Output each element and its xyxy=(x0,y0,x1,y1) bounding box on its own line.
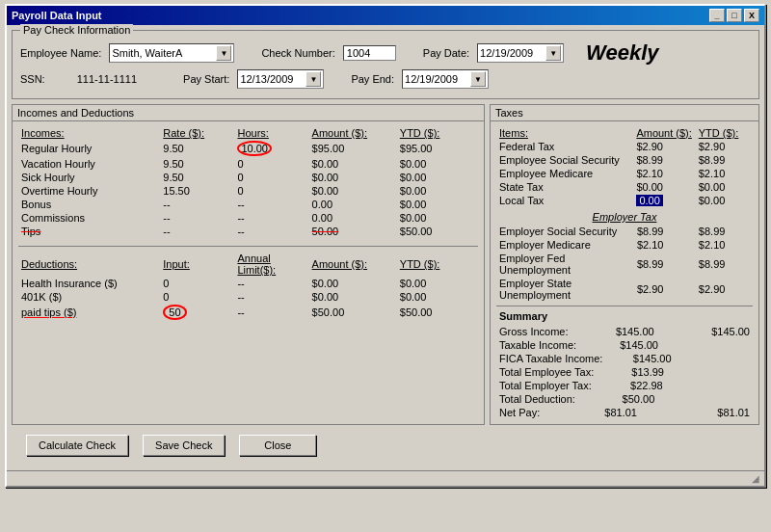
summary-amount: $81.01 xyxy=(604,407,637,418)
income-rate: -- xyxy=(160,225,234,238)
tax-name: Federal Tax xyxy=(496,140,633,153)
maximize-button[interactable]: □ xyxy=(727,9,742,22)
income-ytd: $95.00 xyxy=(397,140,478,157)
employer-tax-amount: $8.99 xyxy=(634,225,696,238)
summary-ytd xyxy=(702,353,750,364)
tax-amount: 0.00 xyxy=(633,194,695,207)
income-ytd: $0.00 xyxy=(397,184,478,198)
income-hours[interactable]: -- xyxy=(234,198,308,211)
pay-start-value: 12/13/2009 xyxy=(240,73,293,85)
income-amount: 0.00 xyxy=(309,211,397,225)
summary-label: Total Employer Tax: xyxy=(499,380,592,391)
income-amount: 50.00 xyxy=(309,225,397,238)
income-row: Overtime Hourly 15.50 0 $0.00 $0.00 xyxy=(18,184,478,198)
income-hours[interactable]: 0 xyxy=(234,157,308,171)
employer-tax-name: Employer Social Security xyxy=(496,225,634,238)
close-button-bottom[interactable]: Close xyxy=(239,435,316,456)
employer-tax-table: Employer Social Security $8.99 $8.99 Emp… xyxy=(496,225,753,302)
income-row: Regular Hourly 9.50 10.00 $95.00 $95.00 xyxy=(18,140,478,157)
income-hours[interactable]: -- xyxy=(234,225,308,238)
minimize-button[interactable]: _ xyxy=(709,9,725,22)
summary-row: Total Employer Tax: $22.98 xyxy=(496,379,753,392)
ded-amount-col-header: Amount ($): xyxy=(309,252,397,277)
taxes-panel-content: Items: Amount ($): YTD ($): Federal Tax … xyxy=(491,121,758,424)
paycheck-group-title: Pay Check Information xyxy=(20,24,133,36)
summary-label: Total Deduction: xyxy=(499,393,575,405)
income-row: Tips -- -- 50.00 $50.00 xyxy=(18,225,478,238)
resize-handle: ◢ xyxy=(752,473,759,484)
summary-ytd xyxy=(702,393,750,405)
income-ytd: $0.00 xyxy=(397,211,478,225)
tax-row: State Tax $0.00 $0.00 xyxy=(496,180,753,194)
income-hours[interactable]: 0 xyxy=(234,171,308,184)
employee-name-dropdown[interactable]: Smith, WaiterA ▼ xyxy=(109,43,234,63)
tax-amount: $0.00 xyxy=(633,180,695,194)
deduction-amount: $0.00 xyxy=(309,277,397,290)
summary-amount: $145.00 xyxy=(620,339,658,351)
ssn-label: SSN: xyxy=(20,73,45,85)
ssn-value: 111-11-1111 xyxy=(77,73,137,85)
pay-end-dropdown[interactable]: 12/19/2009 ▼ xyxy=(402,69,489,89)
tax-amount: $2.90 xyxy=(633,140,695,153)
pay-date-dropdown[interactable]: 12/19/2009 ▼ xyxy=(477,43,564,63)
deduction-row: paid tips ($) 50 -- $50.00 $50.00 xyxy=(18,304,478,321)
deduction-row: Health Insurance ($) 0 -- $0.00 $0.00 xyxy=(18,277,478,290)
paycheck-row-2: SSN: 111-11-1111 Pay Start: 12/13/2009 ▼… xyxy=(20,69,751,89)
income-amount: $0.00 xyxy=(309,157,397,171)
deduction-input[interactable]: 0 xyxy=(160,290,234,304)
summary-row: Total Deduction: $50.00 xyxy=(496,392,753,406)
main-window: Payroll Data Input _ □ X Pay Check Infor… xyxy=(5,4,766,488)
summary-label: Total Employee Tax: xyxy=(499,366,594,378)
pay-date-arrow[interactable]: ▼ xyxy=(545,45,561,61)
button-row: Calculate Check Save Check Close xyxy=(12,425,759,466)
income-ytd: $50.00 xyxy=(397,225,478,238)
tax-row: Employee Social Security $8.99 $8.99 xyxy=(496,153,753,167)
ytd-col-header: YTD ($): xyxy=(397,126,478,140)
employer-tax-row: Employer Social Security $8.99 $8.99 xyxy=(496,225,753,238)
deduction-ytd: $50.00 xyxy=(397,304,478,321)
tax-row: Federal Tax $2.90 $2.90 xyxy=(496,140,753,153)
income-name: Vacation Hourly xyxy=(18,157,160,171)
summary-amount: $22.98 xyxy=(630,380,663,391)
window-controls: _ □ X xyxy=(709,9,759,22)
income-name: Regular Hourly xyxy=(18,140,160,157)
summary-amount: $145.00 xyxy=(633,353,672,364)
save-check-button[interactable]: Save Check xyxy=(143,435,225,456)
deduction-input[interactable]: 0 xyxy=(160,277,234,290)
income-table: Incomes: Rate ($): Hours: Amount ($): YT… xyxy=(18,126,478,238)
summary-row: Total Employee Tax: $13.99 xyxy=(496,365,753,379)
calculate-check-button[interactable]: Calculate Check xyxy=(26,435,128,456)
summary-label: FICA Taxable Income: xyxy=(499,353,602,364)
window-content: Pay Check Information Employee Name: Smi… xyxy=(7,25,764,470)
window-title: Payroll Data Input xyxy=(12,10,102,21)
ded-ytd-col-header: YTD ($): xyxy=(397,252,478,277)
tax-ytd: $2.90 xyxy=(696,140,753,153)
tax-ytd: $0.00 xyxy=(696,194,753,207)
summary-label: Net Pay: xyxy=(499,407,540,418)
income-hours[interactable]: -- xyxy=(234,211,308,225)
income-hours[interactable]: 0 xyxy=(234,184,308,198)
income-amount: $0.00 xyxy=(309,184,397,198)
income-rate: 15.50 xyxy=(160,184,234,198)
employer-tax-amount: $2.10 xyxy=(634,238,696,252)
income-hours[interactable]: 10.00 xyxy=(234,140,308,157)
pay-date-label: Pay Date: xyxy=(423,47,469,59)
close-button[interactable]: X xyxy=(744,9,759,22)
check-number-input[interactable]: 1004 xyxy=(343,45,396,61)
tax-amount: $8.99 xyxy=(633,153,695,167)
deduction-amount: $0.00 xyxy=(309,290,397,304)
pay-start-dropdown[interactable]: 12/13/2009 ▼ xyxy=(237,69,324,89)
pay-end-arrow[interactable]: ▼ xyxy=(470,71,486,87)
tax-name: Employee Social Security xyxy=(496,153,633,167)
employee-dropdown-arrow[interactable]: ▼ xyxy=(216,45,231,61)
employer-tax-ytd: $2.10 xyxy=(696,238,753,252)
deduction-input[interactable]: 50 xyxy=(160,304,234,321)
pay-end-value: 12/19/2009 xyxy=(405,73,458,85)
pay-start-arrow[interactable]: ▼ xyxy=(306,71,321,87)
deduction-annual-limit: -- xyxy=(234,304,308,321)
summary-amount: $13.99 xyxy=(631,366,664,378)
employer-tax-name: Employer State Unemployment xyxy=(496,277,634,302)
paycheck-info-content: Employee Name: Smith, WaiterA ▼ Check Nu… xyxy=(13,31,758,98)
income-ytd: $0.00 xyxy=(397,171,478,184)
deduction-ytd: $0.00 xyxy=(397,277,478,290)
